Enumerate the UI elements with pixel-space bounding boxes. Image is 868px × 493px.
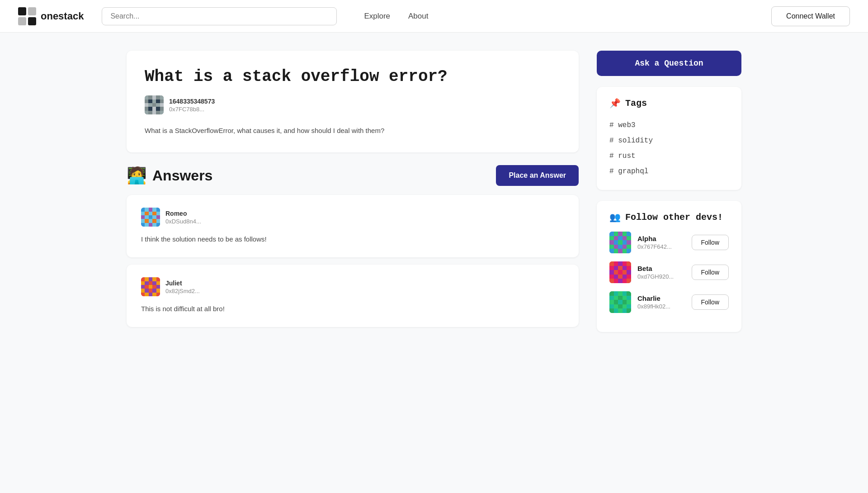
dev-item: Alpha 0x767F642... Follow <box>609 232 729 253</box>
author-address: 0x82jSmd2... <box>165 288 200 294</box>
main-container: What is a stack overflow error? 16483353… <box>108 33 760 350</box>
content-area: What is a stack overflow error? 16483353… <box>127 51 579 332</box>
avatar <box>145 95 164 114</box>
nav: Explore About <box>364 12 428 21</box>
question-body: What is a StackOverflowError, what cause… <box>145 125 561 136</box>
question-title: What is a stack overflow error? <box>145 67 561 86</box>
dev-info: Beta 0xd7GH920... <box>637 265 685 280</box>
tag-item[interactable]: # solidity <box>609 133 729 148</box>
about-link[interactable]: About <box>408 12 428 21</box>
tag-item[interactable]: # rust <box>609 148 729 164</box>
svg-rect-2 <box>18 17 26 25</box>
answers-title-group: 🧑‍💻 Answers <box>127 166 212 185</box>
dev-name: Alpha <box>637 235 685 242</box>
avatar <box>609 261 631 283</box>
ask-question-button[interactable]: Ask a Question <box>597 51 741 76</box>
dev-info: Alpha 0x767F642... <box>637 235 685 250</box>
answer-card: Juliet 0x82jSmd2... This is not difficul… <box>127 265 579 327</box>
answers-title: Answers <box>152 167 212 184</box>
tags-emoji: 📌 <box>609 98 621 109</box>
avatar <box>609 232 631 253</box>
author-name: Romeo <box>165 210 201 217</box>
tags-list: # web3 # solidity # rust # graphql <box>609 118 729 179</box>
svg-rect-1 <box>28 7 36 15</box>
follow-devs-card: 👥 Follow other devs! Alpha 0x767F642... … <box>597 201 741 332</box>
answers-emoji: 🧑‍💻 <box>127 166 147 185</box>
author-info: 1648335348573 0x7FC78b8... <box>169 98 215 113</box>
header: onestack Explore About Connect Wallet <box>0 0 868 33</box>
answer-author: Romeo 0xDSud8n4... <box>141 208 564 227</box>
answer-body: I think the solution needs to be as foll… <box>141 234 564 245</box>
dev-address: 0x767F642... <box>637 243 685 250</box>
dev-address: 0xd7GH920... <box>637 273 685 280</box>
follow-emoji: 👥 <box>609 212 621 223</box>
author-address: 0x7FC78b8... <box>169 106 215 113</box>
tags-title: Tags <box>625 98 647 109</box>
logo[interactable]: onestack <box>18 7 84 25</box>
author-name: Juliet <box>165 280 200 287</box>
dev-item: Beta 0xd7GH920... Follow <box>609 261 729 283</box>
dev-info: Charlie 0x89fHk02... <box>637 294 685 310</box>
author-address: 0xDSud8n4... <box>165 218 201 225</box>
dev-name: Charlie <box>637 294 685 302</box>
tags-card: 📌 Tags # web3 # solidity # rust # graphq… <box>597 87 741 190</box>
question-author: 1648335348573 0x7FC78b8... <box>145 95 561 114</box>
answers-header: 🧑‍💻 Answers Place an Answer <box>127 165 579 186</box>
logo-text: onestack <box>41 10 84 22</box>
tag-item[interactable]: # graphql <box>609 164 729 179</box>
svg-rect-3 <box>28 17 36 25</box>
author-info: Romeo 0xDSud8n4... <box>165 210 201 225</box>
answers-section: 🧑‍💻 Answers Place an Answer Ro <box>127 165 579 327</box>
tag-item[interactable]: # web3 <box>609 118 729 133</box>
avatar <box>141 208 160 227</box>
answer-body: This is not difficult at all bro! <box>141 303 564 314</box>
author-info: Juliet 0x82jSmd2... <box>165 280 200 294</box>
follow-button[interactable]: Follow <box>692 235 729 250</box>
sidebar: Ask a Question 📌 Tags # web3 # solidity … <box>597 51 741 332</box>
follow-header: 👥 Follow other devs! <box>609 212 729 223</box>
dev-item: Charlie 0x89fHk02... Follow <box>609 291 729 313</box>
answer-card: Romeo 0xDSud8n4... I think the solution … <box>127 195 579 257</box>
search-input[interactable] <box>102 7 337 25</box>
follow-title: Follow other devs! <box>625 212 723 223</box>
connect-wallet-button[interactable]: Connect Wallet <box>771 6 850 26</box>
question-card: What is a stack overflow error? 16483353… <box>127 51 579 152</box>
place-answer-button[interactable]: Place an Answer <box>496 165 579 186</box>
author-id: 1648335348573 <box>169 98 215 105</box>
explore-link[interactable]: Explore <box>364 12 390 21</box>
dev-name: Beta <box>637 265 685 272</box>
avatar <box>609 291 631 313</box>
dev-address: 0x89fHk02... <box>637 303 685 310</box>
svg-rect-0 <box>18 7 26 15</box>
tags-header: 📌 Tags <box>609 98 729 109</box>
follow-button[interactable]: Follow <box>692 294 729 310</box>
logo-icon <box>18 7 36 25</box>
answer-author: Juliet 0x82jSmd2... <box>141 277 564 296</box>
avatar <box>141 277 160 296</box>
follow-button[interactable]: Follow <box>692 265 729 280</box>
